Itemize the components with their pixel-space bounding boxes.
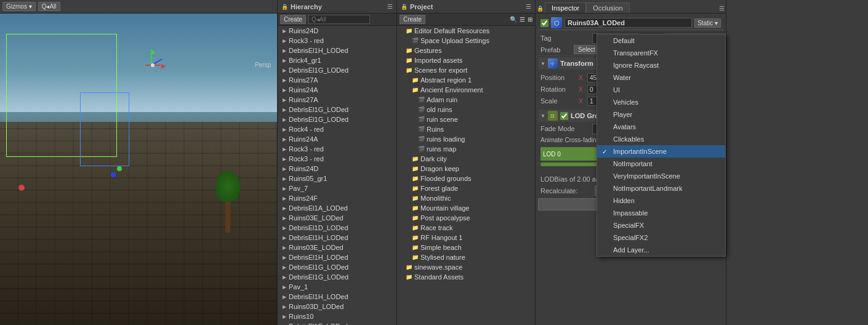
layer-dropdown-item[interactable]: NotImportant <box>597 158 725 170</box>
hierarchy-item[interactable]: Ruins24A <box>278 85 396 95</box>
obj-name-field[interactable] <box>565 18 692 28</box>
hierarchy-item[interactable]: DebrisEl1G_LODed <box>278 65 396 75</box>
layer-dropdown-item[interactable]: Impassable <box>597 207 725 219</box>
project-item[interactable]: 📁Dragon keep <box>397 164 535 174</box>
hierarchy-list[interactable]: Ruins24DRock3 - redDebrisEl1H_LODedBrick… <box>278 26 396 325</box>
project-item[interactable]: 📁Dark city <box>397 154 535 164</box>
project-item[interactable]: 📁Forest glade <box>397 183 535 193</box>
layer-dropdown-item[interactable]: Add Layer... <box>597 244 725 256</box>
item-icon: 📁 <box>412 77 419 83</box>
project-item[interactable]: 🎬Space Upload Settings <box>397 36 535 46</box>
hierarchy-item[interactable]: DebrisEl1G_LODed <box>278 272 396 282</box>
hierarchy-item[interactable]: Ruins24F <box>278 193 396 203</box>
project-item[interactable]: 📁Stylised nature <box>397 252 535 262</box>
hierarchy-item[interactable]: Ruins24A <box>278 134 396 144</box>
hierarchy-item[interactable]: Rock3 - red <box>278 154 396 164</box>
layer-dropdown-item[interactable]: Water <box>597 71 725 84</box>
layer-dropdown-item[interactable]: Vehicles <box>597 96 725 108</box>
hierarchy-search[interactable] <box>308 15 370 24</box>
hierarchy-item[interactable]: Pav_7 <box>278 183 396 193</box>
project-item[interactable]: 📁Imported assets <box>397 55 535 65</box>
project-item[interactable]: 📁Editor Default Resources <box>397 26 535 36</box>
hierarchy-item[interactable]: Ruins05_gr1 <box>278 174 396 183</box>
menu-icon[interactable]: ☰ <box>387 3 393 10</box>
project-item[interactable]: 📁sinewave.space <box>397 262 535 272</box>
hierarchy-item[interactable]: DebrisEl1D_LODed <box>278 223 396 233</box>
project-item[interactable]: 📁RF Hangout 1 <box>397 233 535 243</box>
hierarchy-item[interactable]: Ruins24D <box>278 164 396 174</box>
project-item[interactable]: 📁Mountain village <box>397 203 535 213</box>
hierarchy-item[interactable]: Ruins27A <box>278 75 396 85</box>
layer-dropdown-item[interactable]: Ignore Raycast <box>597 59 725 71</box>
layer-dropdown-item[interactable]: Hidden <box>597 195 725 207</box>
project-item[interactable]: 📁Flooded grounds <box>397 174 535 183</box>
hierarchy-item[interactable]: DebrisEl1G_LODed <box>278 114 396 124</box>
layer-dropdown-item[interactable]: ✓ImportantInScene <box>597 145 725 158</box>
hierarchy-item[interactable]: Pav_1 <box>278 282 396 292</box>
project-list[interactable]: 📁Editor Default Resources🎬Space Upload S… <box>397 26 535 325</box>
hierarchy-item[interactable]: DebrisEl1E_LODed <box>278 321 396 325</box>
project-item[interactable]: 📁Scenes for export <box>397 65 535 75</box>
hierarchy-item[interactable]: Ruins27A <box>278 95 396 105</box>
hierarchy-item[interactable]: Rock3 - red <box>278 144 396 154</box>
project-item[interactable]: 📁Standard Assets <box>397 272 535 282</box>
hierarchy-item[interactable]: DebrisEl1H_LODed <box>278 292 396 302</box>
hierarchy-item[interactable]: Ruins03E_LODed <box>278 243 396 252</box>
project-item[interactable]: 📁Simple beach <box>397 243 535 252</box>
project-item[interactable]: 🎬Adam ruin <box>397 95 535 105</box>
x-axis3: X <box>579 98 586 105</box>
hierarchy-item[interactable]: Ruins03D_LODed <box>278 302 396 311</box>
layer-dropdown-item[interactable]: UI <box>597 84 725 96</box>
hierarchy-item[interactable]: DebrisEl1G_LODed <box>278 105 396 114</box>
inspector-menu-icon[interactable]: ☰ <box>718 4 726 13</box>
hierarchy-item[interactable]: Ruins10 <box>278 311 396 321</box>
list-icon[interactable]: ☰ <box>520 16 525 23</box>
grid-icon[interactable]: ⊞ <box>528 16 532 23</box>
project-item[interactable]: 📁Abstract region 1 <box>397 75 535 85</box>
project-item[interactable]: 📁Race track <box>397 223 535 233</box>
hierarchy-item[interactable]: Rock3 - red <box>278 36 396 46</box>
project-item[interactable]: 🎬ruin scene <box>397 114 535 124</box>
hierarchy-item[interactable]: DebrisEl1H_LODed <box>278 252 396 262</box>
obj-active-checkbox[interactable] <box>540 19 549 27</box>
hierarchy-create-btn[interactable]: Create <box>280 15 306 24</box>
project-item[interactable]: 📁Monolithic <box>397 193 535 203</box>
occlusion-tab[interactable]: Occlusion <box>586 2 629 13</box>
layer-dropdown-item[interactable]: SpecialFX2 <box>597 231 725 244</box>
hierarchy-item[interactable]: DebrisEl1H_LODed <box>278 46 396 55</box>
layer-dropdown-item[interactable]: Clickables <box>597 133 725 145</box>
project-menu-icon[interactable]: ☰ <box>526 3 531 10</box>
hierarchy-item[interactable]: Brick4_gr1 <box>278 55 396 65</box>
gizmos-button[interactable]: Gizmos ▾ <box>2 2 36 11</box>
layer-dropdown-item[interactable]: TransparentFX <box>597 47 725 59</box>
project-item[interactable]: 🎬ruins loading <box>397 134 535 144</box>
layer-dropdown-item[interactable]: SpecialFX <box>597 219 725 231</box>
project-item[interactable]: 🎬ruins map <box>397 144 535 154</box>
layer-dropdown-item[interactable]: Avatars <box>597 121 725 133</box>
hierarchy-item[interactable]: Rock4 - red <box>278 124 396 134</box>
hierarchy-item[interactable]: Ruins24D <box>278 26 396 36</box>
layer-dropdown-item[interactable]: Default <box>597 34 725 47</box>
layer-dropdown-item[interactable]: NotImportantLandmark <box>597 182 725 195</box>
all-button[interactable]: Q◂All <box>38 2 60 11</box>
project-item[interactable]: 📁Ancient Environment <box>397 85 535 95</box>
project-item[interactable]: 📁Post apocalypse <box>397 213 535 223</box>
project-item[interactable]: 🎬old ruins <box>397 105 535 114</box>
hierarchy-item[interactable]: DebrisEl1A_LODed <box>278 203 396 213</box>
inspector-tab[interactable]: Inspector <box>545 2 586 13</box>
scene-background[interactable]: Persp <box>0 0 277 325</box>
project-create-btn[interactable]: Create <box>400 15 425 24</box>
hierarchy-item[interactable]: DebrisEl1H_LODed <box>278 233 396 243</box>
item-label: Adam ruin <box>427 96 457 103</box>
layer-dropdown-item[interactable]: Player <box>597 108 725 121</box>
layer-dropdown-item[interactable]: VeryImportantInScene <box>597 170 725 182</box>
hierarchy-item[interactable]: DebrisEl1G_LODed <box>278 262 396 272</box>
project-item[interactable]: 📁Gestures <box>397 46 535 55</box>
select-button[interactable]: Select <box>574 45 600 54</box>
project-item[interactable]: 🎬Ruins <box>397 124 535 134</box>
hierarchy-item[interactable]: Ruins03E_LODed <box>278 213 396 223</box>
item-icon: 📁 <box>406 28 412 34</box>
hierarchy-arrow <box>283 235 287 241</box>
lod-checkbox[interactable] <box>560 112 568 120</box>
static-button[interactable]: Static ▾ <box>694 18 721 28</box>
